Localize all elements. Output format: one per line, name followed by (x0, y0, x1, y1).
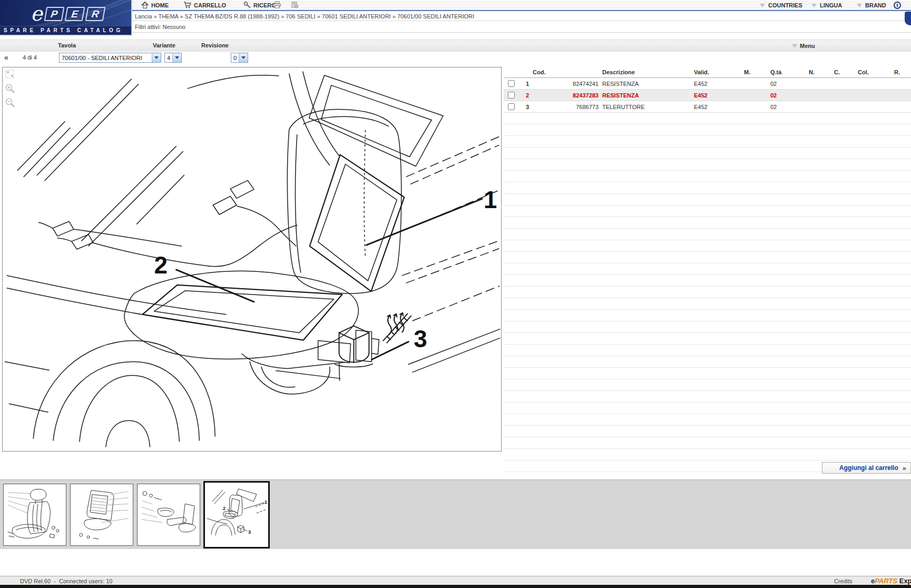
countries-menu[interactable]: COUNTRIES (760, 1, 802, 10)
info-icon (894, 2, 901, 9)
part-code[interactable]: 7686773 (532, 104, 599, 110)
part-description: RESISTENZA (602, 81, 639, 87)
select-arrow-icon[interactable] (172, 53, 181, 62)
part-quantity: 02 (770, 81, 777, 87)
part-quantity: 02 (770, 104, 777, 110)
thumbnail-table-2[interactable] (70, 484, 133, 546)
menu-button[interactable]: Menu (792, 43, 815, 49)
print-preview-button[interactable] (291, 1, 299, 10)
home-button[interactable]: HOME (141, 1, 169, 10)
callout-3[interactable]: 3 (414, 325, 427, 352)
credits-link[interactable]: Credits (834, 578, 853, 584)
logo-letter-p: P (44, 7, 64, 21)
logo-letter-e: E (64, 7, 85, 21)
status-release-info: DVD Rel.60 - Connected users: 10 (20, 578, 112, 584)
table-row[interactable]: 3 7686773 TELERUTTORE E452 02 (504, 101, 911, 113)
select-arrow-icon[interactable] (239, 53, 248, 62)
add-to-cart-label: Aggiungi al carrello (839, 464, 898, 472)
column-col: Col. (858, 69, 869, 75)
part-validity: E452 (694, 81, 708, 87)
row-checkbox[interactable] (508, 92, 515, 99)
revisione-select[interactable]: 0 (231, 53, 248, 63)
print-button[interactable] (273, 1, 281, 10)
search-icon (243, 2, 251, 9)
thumbnail-table-1[interactable] (3, 484, 66, 546)
column-cod: Cod. (533, 69, 545, 75)
language-menu[interactable]: LINGUA (811, 1, 842, 10)
select-arrow-icon[interactable] (152, 53, 161, 62)
svg-text:3: 3 (248, 530, 251, 535)
column-m: M. (744, 69, 750, 75)
part-validity: E452 (694, 104, 708, 110)
thumbnail-table-4-selected[interactable]: 2 3 1 (203, 481, 270, 548)
seat-diagram-drawing[interactable]: 1 2 3 (3, 67, 501, 451)
add-to-cart-button[interactable]: Aggiungi al carrello » (822, 462, 911, 474)
cart-button[interactable]: CARRELLO (183, 1, 226, 10)
thumbnail-strip: 2 3 1 (0, 479, 911, 549)
part-code[interactable]: 82437283 (532, 92, 599, 99)
callout-2[interactable]: 2 (154, 251, 168, 279)
printer-icon (273, 1, 281, 9)
chevron-down-icon (792, 44, 797, 48)
part-description: TELERUTTORE (602, 104, 644, 110)
menu-label: Menu (800, 43, 815, 49)
language-label: LINGUA (820, 2, 842, 8)
column-descrizione: Descrizione (602, 69, 635, 75)
status-bar: DVD Rel.60 - Connected users: 10 Credits… (0, 576, 911, 585)
breadcrumb[interactable]: Lancia » THEMA » SZ THEMA BZ/DS R.88 (19… (135, 13, 474, 19)
table-row-highlighted[interactable]: 2 82437283 RESISTENZA E452 02 (504, 90, 911, 101)
thumbnail-table-3[interactable] (137, 484, 200, 546)
zoom-out-icon[interactable] (5, 97, 15, 108)
tavola-select[interactable]: 70601/00 - SEDILI ANTERIORI (59, 53, 161, 63)
fit-view-icon[interactable] (5, 69, 15, 80)
column-n: N. (809, 69, 815, 75)
part-quantity: 02 (770, 92, 777, 99)
brand-label: BRAND (865, 2, 886, 8)
breadcrumb-bar: Lancia » THEMA » SZ THEMA BZ/DS R.88 (19… (0, 11, 911, 21)
table-pager-position: 4 di 4 (23, 54, 37, 61)
diagram-panel[interactable]: 1 2 3 (2, 67, 502, 452)
svg-text:1: 1 (265, 499, 267, 505)
eper-logo: e P E R SPARE PARTS CATALOG (0, 0, 132, 36)
top-toolbar: HOME CARRELLO RICERCA COUNTRIES (0, 0, 911, 11)
revisione-label: Revisione (201, 42, 229, 48)
part-code[interactable]: 82474241 (532, 81, 599, 87)
filter-bar: Filtri attivi: Nessuno (0, 21, 911, 33)
row-number: 3 (526, 104, 529, 110)
row-number: 2 (526, 92, 529, 99)
logo-subtitle: SPARE PARTS CATALOG (0, 26, 131, 35)
tavola-value: 70601/00 - SEDILI ANTERIORI (60, 55, 152, 61)
double-chevron-icon: » (903, 464, 906, 472)
table-row[interactable]: 1 82474241 RESISTENZA E452 02 (504, 78, 911, 90)
previous-table-button[interactable]: « (4, 53, 8, 62)
home-icon (141, 2, 149, 9)
active-filters-label: Filtri attivi: Nessuno (135, 24, 185, 30)
zoom-in-icon[interactable] (5, 83, 15, 94)
tavola-label: Tavola (58, 42, 76, 48)
chevron-down-icon (811, 4, 817, 7)
info-button[interactable] (894, 1, 901, 10)
chevron-down-icon (857, 4, 862, 7)
chevron-down-icon (760, 4, 765, 7)
brand-menu[interactable]: BRAND (857, 1, 886, 10)
variante-label: Variante (153, 42, 175, 48)
callout-1[interactable]: 1 (484, 186, 497, 213)
row-checkbox[interactable] (508, 103, 515, 110)
eper-catalog-window: HOME CARRELLO RICERCA COUNTRIES (0, 0, 911, 588)
print-preview-icon (291, 1, 299, 9)
empty-table-rows (504, 113, 911, 472)
eparts-logo: ePARTS Explo (871, 577, 911, 585)
variante-select[interactable]: 4 (164, 53, 182, 63)
revisione-value: 0 (231, 55, 239, 61)
column-r: R. (894, 69, 900, 75)
lancia-badge-partial (905, 12, 911, 25)
svg-text:2: 2 (223, 506, 226, 511)
cart-icon (183, 2, 191, 9)
parts-table-header: Cod. Descrizione Valid. M. Q.tà N. C. Co… (504, 66, 911, 78)
part-description: RESISTENZA (602, 92, 639, 99)
row-checkbox[interactable] (508, 80, 515, 87)
column-qta: Q.tà (770, 69, 781, 75)
bottom-border-bar (0, 585, 911, 588)
controls-band (0, 40, 911, 52)
countries-label: COUNTRIES (768, 2, 802, 8)
